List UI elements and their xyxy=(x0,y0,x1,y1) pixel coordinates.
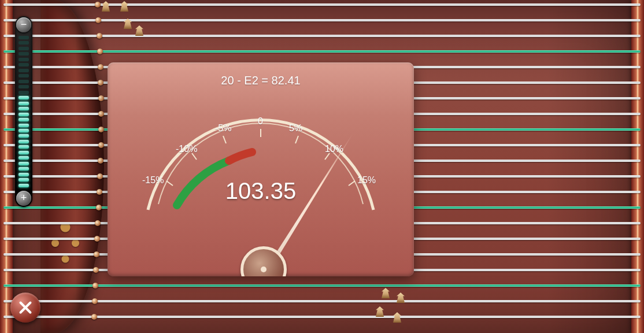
tuner-gauge: -15% -10% -5% 0 5% 10% 15% xyxy=(108,94,414,245)
string-anchor xyxy=(98,127,104,132)
string-anchor xyxy=(92,283,98,288)
volume-segment xyxy=(18,124,29,127)
target-note-readout: 20 - E2 = 82.41 xyxy=(108,74,414,87)
bridge-marker[interactable] xyxy=(376,306,384,317)
string-anchor xyxy=(97,173,103,179)
string-anchor xyxy=(98,142,104,148)
volume-up-button[interactable]: + xyxy=(16,191,31,206)
string-20[interactable] xyxy=(3,300,641,302)
volume-segment xyxy=(18,156,29,160)
current-frequency: 103.35 xyxy=(108,178,414,204)
volume-segment xyxy=(18,129,29,132)
volume-segment xyxy=(18,151,29,154)
volume-segment xyxy=(18,162,29,165)
volume-segment xyxy=(18,91,29,94)
string-21[interactable] xyxy=(3,316,641,318)
volume-segment xyxy=(18,167,29,171)
volume-segment xyxy=(18,96,29,99)
bridge-marker[interactable] xyxy=(120,1,128,12)
svg-line-1 xyxy=(223,136,226,143)
string-anchor xyxy=(98,80,103,86)
volume-segment xyxy=(18,102,29,105)
string-anchor xyxy=(95,17,101,23)
volume-segment xyxy=(18,173,29,176)
string-anchor xyxy=(98,158,103,164)
string-anchor xyxy=(96,205,102,210)
scale-neg5: -5% xyxy=(215,123,231,134)
string-anchor xyxy=(97,33,102,39)
string-anchor xyxy=(94,236,100,242)
volume-segment xyxy=(18,47,29,50)
scale-neg10: -10% xyxy=(176,144,197,154)
volume-track[interactable] xyxy=(18,36,29,187)
volume-segment xyxy=(18,184,29,187)
volume-segment xyxy=(18,85,29,88)
string-anchor xyxy=(91,314,97,320)
volume-segment xyxy=(18,80,29,83)
string-anchor xyxy=(98,95,104,101)
volume-segment xyxy=(18,74,29,77)
tuner-panel: 20 - E2 = 82.41 -15% -10% -5% 0 5% 1 xyxy=(108,62,414,276)
bridge-marker[interactable] xyxy=(382,288,390,298)
volume-segment xyxy=(18,178,29,182)
bridge-marker[interactable] xyxy=(135,25,143,36)
scale-zero: 0 xyxy=(258,116,263,127)
string-anchor xyxy=(97,49,103,54)
gold-ornament xyxy=(45,208,86,272)
string-anchor xyxy=(92,298,98,304)
guzheng-tuner-app: − + 20 - E2 = 82.41 -15% -10% -5% xyxy=(0,0,644,333)
volume-segment xyxy=(18,36,29,39)
volume-down-button[interactable]: − xyxy=(16,17,31,32)
volume-segment xyxy=(18,134,29,138)
volume-segment xyxy=(18,63,29,66)
volume-segment xyxy=(18,140,29,143)
volume-segment xyxy=(18,58,29,61)
volume-segment xyxy=(18,41,29,45)
string-19[interactable] xyxy=(3,284,641,287)
volume-segment xyxy=(18,69,29,72)
string-anchor xyxy=(98,64,103,70)
volume-segment xyxy=(18,107,29,110)
close-button[interactable] xyxy=(10,293,40,323)
volume-segment xyxy=(18,113,29,116)
bridge-marker[interactable] xyxy=(102,1,110,12)
string-anchor xyxy=(98,111,104,117)
volume-segment xyxy=(18,145,29,149)
string-anchor xyxy=(93,267,99,273)
string-anchor xyxy=(97,189,102,195)
volume-segment xyxy=(18,118,29,121)
string-anchor xyxy=(94,251,99,257)
bridge-marker[interactable] xyxy=(397,293,405,303)
string-anchor xyxy=(95,2,101,8)
volume-segment xyxy=(18,52,29,56)
scale-pos5: 5% xyxy=(289,123,302,134)
volume-slider[interactable]: − + xyxy=(15,16,32,207)
svg-line-2 xyxy=(295,136,298,143)
